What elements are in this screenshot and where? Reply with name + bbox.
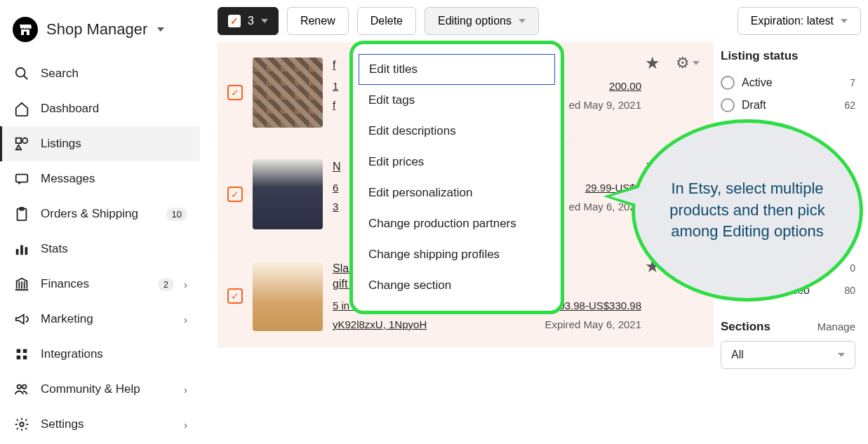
caret-down-icon xyxy=(838,353,845,357)
shop-manager-dropdown[interactable]: Shop Manager xyxy=(0,7,200,56)
svg-point-14 xyxy=(18,385,21,389)
checkbox-checked-icon: ✓ xyxy=(228,15,241,27)
listing-sku[interactable]: 3 xyxy=(333,201,338,213)
selected-count-button[interactable]: ✓ 3 xyxy=(218,7,279,35)
dropdown-item-change-shipping[interactable]: Change shipping profiles xyxy=(354,239,559,270)
annotation-callout: In Etsy, select multiple products and th… xyxy=(603,119,863,302)
listing-stock[interactable]: 6 xyxy=(333,182,338,194)
shapes-icon xyxy=(13,135,31,153)
sidebar-item-stats[interactable]: Stats xyxy=(0,231,200,267)
megaphone-icon xyxy=(13,310,31,328)
speech-bubble: In Etsy, select multiple products and th… xyxy=(632,119,863,302)
dropdown-item-edit-titles[interactable]: Edit titles xyxy=(359,54,555,85)
badge-count: 2 xyxy=(158,278,174,291)
search-icon xyxy=(13,65,31,83)
dropdown-item-edit-personalization[interactable]: Edit personalization xyxy=(354,177,559,208)
sidebar-item-listings[interactable]: Listings xyxy=(0,126,200,161)
sidebar-item-finances[interactable]: Finances 2 › xyxy=(0,267,200,302)
svg-rect-7 xyxy=(16,249,19,255)
svg-rect-13 xyxy=(23,356,27,359)
bank-icon xyxy=(13,275,31,293)
listing-checkbox[interactable]: ✓ xyxy=(227,261,243,331)
shop-logo-icon xyxy=(13,17,38,42)
svg-rect-11 xyxy=(23,349,27,354)
bars-icon xyxy=(13,240,31,258)
listing-checkbox[interactable]: ✓ xyxy=(227,159,243,229)
editing-options-dropdown: Edit titles Edit tags Edit descriptions … xyxy=(349,41,564,314)
editing-options-button[interactable]: Editing options xyxy=(425,7,539,35)
sidebar-item-search[interactable]: Search xyxy=(0,56,200,91)
listing-sku[interactable]: f xyxy=(333,99,335,111)
sidebar-item-label: Orders & Shipping xyxy=(41,207,156,221)
radio-label: Draft xyxy=(742,99,837,112)
status-radio-active[interactable]: Active 7 xyxy=(721,72,855,94)
sidebar-item-label: Integrations xyxy=(41,347,187,361)
listing-stock[interactable]: 1 xyxy=(333,80,338,92)
shop-title: Shop Manager xyxy=(46,20,147,39)
svg-rect-8 xyxy=(20,245,23,255)
star-icon[interactable]: ★ xyxy=(645,53,660,73)
dropdown-item-edit-descriptions[interactable]: Edit descriptions xyxy=(354,116,559,147)
svg-point-0 xyxy=(16,68,25,77)
editing-options-label: Editing options xyxy=(438,15,512,27)
svg-rect-12 xyxy=(17,356,21,359)
annotation-text: In Etsy, select multiple products and th… xyxy=(656,178,839,243)
listing-expired: ed May 9, 2021 xyxy=(569,99,641,111)
sidebar-item-messages[interactable]: Messages xyxy=(0,161,200,196)
caret-down-icon xyxy=(841,19,848,23)
listing-thumbnail[interactable] xyxy=(253,58,323,128)
svg-line-1 xyxy=(24,76,28,80)
status-radio-draft[interactable]: Draft 62 xyxy=(721,94,855,116)
svg-rect-10 xyxy=(17,349,21,354)
listing-checkbox[interactable]: ✓ xyxy=(227,58,243,128)
sidebar-item-label: Search xyxy=(41,67,187,81)
sidebar-item-integrations[interactable]: Integrations xyxy=(0,337,200,372)
listing-sku[interactable]: yK92l8zxU, 1NpyoH xyxy=(333,318,427,330)
listing-status-heading: Listing status xyxy=(721,49,855,63)
sidebar-item-label: Finances xyxy=(41,277,148,291)
listing-menu-button[interactable]: ⚙ xyxy=(676,54,700,72)
sidebar: Shop Manager Search Dashboard Listings M… xyxy=(0,0,200,444)
chevron-right-icon: › xyxy=(184,278,187,290)
home-icon xyxy=(13,100,31,118)
expiration-label: Expiration: latest xyxy=(751,15,834,27)
gear-icon xyxy=(13,415,31,433)
manage-sections-link[interactable]: Manage xyxy=(817,321,855,332)
badge-count: 10 xyxy=(166,208,187,221)
sidebar-item-settings[interactable]: Settings › xyxy=(0,407,200,442)
sidebar-item-orders[interactable]: Orders & Shipping 10 xyxy=(0,196,200,231)
chevron-right-icon: › xyxy=(184,314,187,325)
svg-rect-4 xyxy=(16,175,28,182)
sidebar-item-label: Dashboard xyxy=(41,102,187,116)
dropdown-item-change-section[interactable]: Change section xyxy=(354,270,559,301)
dropdown-item-edit-tags[interactable]: Edit tags xyxy=(354,85,559,116)
listing-expired: Expired May 6, 2021 xyxy=(545,318,641,330)
listing-thumbnail[interactable] xyxy=(253,159,323,229)
radio-icon xyxy=(721,98,735,112)
sidebar-item-label: Community & Help xyxy=(41,382,174,396)
sidebar-item-dashboard[interactable]: Dashboard xyxy=(0,91,200,126)
main-content: ✓ 3 Renew Delete Editing options Expirat… xyxy=(211,0,868,444)
expiration-sort-button[interactable]: Expiration: latest xyxy=(737,7,861,35)
dropdown-item-change-partners[interactable]: Change production partners xyxy=(354,208,559,239)
chevron-right-icon: › xyxy=(184,384,187,396)
renew-button[interactable]: Renew xyxy=(287,7,349,35)
listing-thumbnail[interactable] xyxy=(253,261,323,331)
caret-down-icon xyxy=(157,27,164,32)
listing-price: 200.00 xyxy=(609,80,641,92)
sidebar-item-marketing[interactable]: Marketing › xyxy=(0,302,200,337)
sidebar-item-label: Settings xyxy=(41,417,174,431)
grid-icon xyxy=(13,345,31,363)
sections-select[interactable]: All xyxy=(721,341,855,369)
chevron-right-icon: › xyxy=(184,419,187,431)
delete-button[interactable]: Delete xyxy=(357,7,416,35)
radio-icon xyxy=(721,76,735,90)
dropdown-item-edit-prices[interactable]: Edit prices xyxy=(354,147,559,177)
sections-heading: Sections xyxy=(721,320,770,334)
clipboard-icon xyxy=(13,205,31,223)
svg-point-16 xyxy=(20,422,24,426)
toolbar: ✓ 3 Renew Delete Editing options Expirat… xyxy=(211,0,868,42)
radio-count: 7 xyxy=(850,77,855,88)
sidebar-item-community[interactable]: Community & Help › xyxy=(0,372,200,407)
sidebar-item-label: Listings xyxy=(41,137,187,151)
